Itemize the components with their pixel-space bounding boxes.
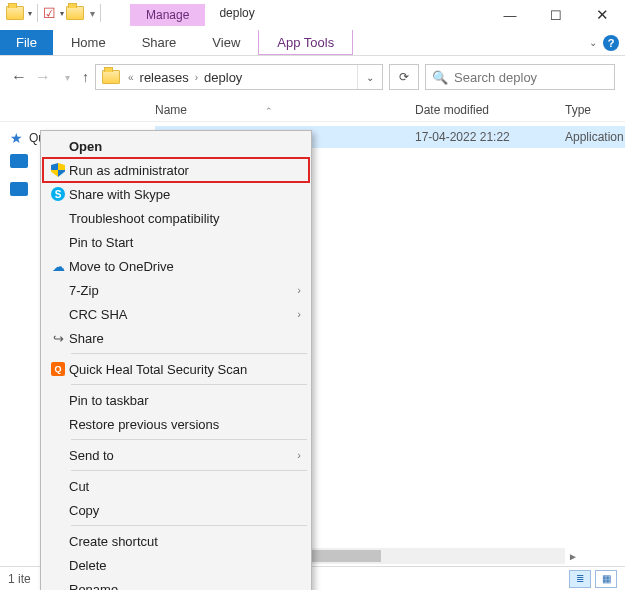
chevron-down-icon[interactable]: ▾ [60, 9, 64, 18]
menu-item-restore[interactable]: Restore previous versions [43, 412, 309, 436]
share-icon: ↪ [47, 331, 69, 346]
menu-item-crc-sha[interactable]: CRC SHA› [43, 302, 309, 326]
menu-item-pin-taskbar[interactable]: Pin to taskbar [43, 388, 309, 412]
menu-item-send-to[interactable]: Send to› [43, 443, 309, 467]
menu-item-copy[interactable]: Copy [43, 498, 309, 522]
search-icon: 🔍 [432, 70, 448, 85]
refresh-button[interactable]: ⟳ [389, 64, 419, 90]
chevron-right-icon: › [297, 308, 301, 320]
menu-item-run-as-administrator[interactable]: Run as administrator [43, 158, 309, 182]
menu-item-open[interactable]: Open [43, 134, 309, 158]
address-dropdown-icon[interactable]: ⌄ [357, 65, 382, 89]
sort-ascending-icon: ⌃ [265, 106, 273, 116]
tab-app-tools[interactable]: App Tools [258, 30, 353, 55]
column-name[interactable]: Name ⌃ [155, 103, 415, 117]
expand-ribbon-icon[interactable]: ⌄ [589, 37, 597, 48]
cloud-icon: ☁ [47, 259, 69, 274]
quickheal-icon: Q [51, 362, 65, 376]
recent-locations-icon[interactable]: ▾ [58, 72, 76, 83]
menu-item-cut[interactable]: Cut [43, 474, 309, 498]
menu-item-7zip[interactable]: 7-Zip› [43, 278, 309, 302]
up-button[interactable]: ↑ [82, 69, 89, 85]
star-icon: ★ [10, 130, 23, 146]
chevron-right-icon: › [297, 284, 301, 296]
maximize-button[interactable]: ☐ [533, 0, 579, 30]
menu-item-onedrive[interactable]: ☁Move to OneDrive [43, 254, 309, 278]
shield-icon [51, 163, 65, 177]
forward-button[interactable]: → [34, 68, 52, 86]
details-view-button[interactable]: ≣ [569, 570, 591, 588]
file-date: 17-04-2022 21:22 [415, 130, 565, 144]
menu-item-share[interactable]: ↪Share [43, 326, 309, 350]
search-input[interactable]: 🔍 Search deploy [425, 64, 615, 90]
tab-view[interactable]: View [194, 30, 258, 55]
menu-item-rename[interactable]: Rename [43, 577, 309, 590]
menu-item-pin-start[interactable]: Pin to Start [43, 230, 309, 254]
chevron-right-icon[interactable]: › [193, 72, 200, 83]
menu-item-create-shortcut[interactable]: Create shortcut [43, 529, 309, 553]
file-type: Application [565, 130, 624, 144]
menu-item-delete[interactable]: Delete [43, 553, 309, 577]
item-count: 1 ite [8, 572, 31, 586]
minimize-button[interactable]: — [487, 0, 533, 30]
title-bar: ▾ ☑ ▾ ▾ Manage deploy — ☐ ✕ [0, 0, 625, 30]
breadcrumb[interactable]: deploy [200, 70, 246, 85]
column-type[interactable]: Type [565, 103, 625, 117]
sidebar-item[interactable] [10, 182, 28, 196]
back-button[interactable]: ← [10, 68, 28, 86]
chevron-down-icon[interactable]: ▾ [28, 9, 32, 18]
tab-file[interactable]: File [0, 30, 53, 55]
menu-item-share-skype[interactable]: SShare with Skype [43, 182, 309, 206]
scroll-right-icon[interactable]: ► [565, 548, 581, 564]
chevron-right-icon[interactable]: « [126, 72, 136, 83]
menu-item-troubleshoot[interactable]: Troubleshoot compatibility [43, 206, 309, 230]
folder-icon [102, 70, 120, 84]
folder-icon[interactable] [6, 6, 24, 20]
column-headers: Name ⌃ Date modified Type [0, 98, 625, 122]
quick-access-toolbar: ▾ ☑ ▾ ▾ [0, 0, 110, 26]
navigation-bar: ← → ▾ ↑ « releases › deploy ⌄ ⟳ 🔍 Search… [0, 56, 625, 98]
thumbnails-view-button[interactable]: ▦ [595, 570, 617, 588]
column-date-modified[interactable]: Date modified [415, 103, 565, 117]
address-bar[interactable]: « releases › deploy ⌄ [95, 64, 383, 90]
chevron-right-icon: › [297, 449, 301, 461]
skype-icon: S [51, 187, 65, 201]
tab-share[interactable]: Share [124, 30, 195, 55]
close-button[interactable]: ✕ [579, 0, 625, 30]
help-icon[interactable]: ? [603, 35, 619, 51]
sidebar-item[interactable] [10, 154, 28, 168]
properties-icon[interactable]: ☑ [43, 5, 56, 21]
folder-icon[interactable] [66, 6, 84, 20]
tab-home[interactable]: Home [53, 30, 124, 55]
menu-item-quick-heal[interactable]: QQuick Heal Total Security Scan [43, 357, 309, 381]
breadcrumb[interactable]: releases [136, 70, 193, 85]
overflow-icon[interactable]: ▾ [90, 8, 95, 19]
context-menu: Open Run as administrator SShare with Sk… [40, 130, 312, 590]
window-title: deploy [205, 0, 268, 26]
ribbon-tabs: File Home Share View App Tools ⌄ ? [0, 30, 625, 56]
contextual-tab-manage[interactable]: Manage [130, 4, 205, 26]
search-placeholder: Search deploy [454, 70, 537, 85]
